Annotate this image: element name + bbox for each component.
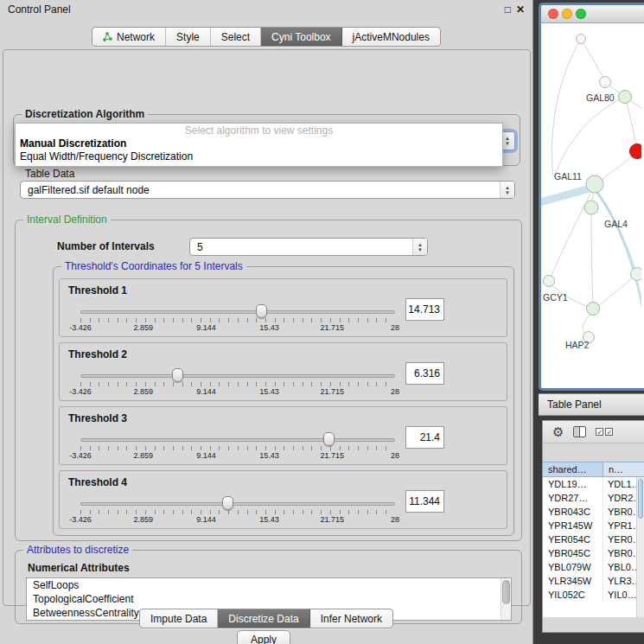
table-data-combobox[interactable]: galFiltered.sif default node ▲ ▼	[20, 181, 515, 199]
tab-label: Network	[117, 31, 155, 43]
threshold-slider[interactable]: -3.426 2.859 9.144 15.43 21.715 28	[80, 367, 395, 397]
table-row[interactable]: YLR345W YLR3…	[543, 574, 644, 588]
list-item[interactable]: SelfLoops	[27, 578, 511, 592]
table-panel-header[interactable]: Table Panel	[539, 393, 644, 416]
network-node[interactable]	[600, 77, 611, 88]
gear-icon[interactable]: ⚙	[552, 425, 564, 438]
slider-ticks	[80, 510, 395, 514]
cell-shared-name: YER054C	[543, 532, 603, 546]
wide-edge	[595, 189, 641, 310]
table-row[interactable]: YER054C YER0…	[543, 532, 644, 546]
tab-label: Infer Network	[321, 613, 382, 625]
top-tab-segment: Network Style Select Cyni Toolbox jActiv…	[92, 27, 441, 47]
slider-thumb[interactable]	[256, 304, 267, 318]
minimize-icon[interactable]: □	[505, 3, 511, 16]
scale-label: 9.144	[196, 387, 216, 396]
table-panel-window: ⚙ ✓ ✓ shared… n… YDL19… YDL1… YDR27… YDR…	[542, 420, 644, 633]
number-of-intervals-combobox[interactable]: 5 ▲ ▼	[189, 238, 428, 256]
tab-discretize-data[interactable]: Discretize Data	[218, 609, 309, 628]
table-row[interactable]: YBR045C YBR0…	[543, 546, 644, 560]
network-node[interactable]	[584, 201, 598, 214]
group-title: Threshold's Coordinates for 5 Intervals	[61, 260, 246, 272]
network-node-selected-red[interactable]	[630, 144, 642, 159]
scale-label: 2.859	[134, 387, 154, 396]
slider-thumb[interactable]	[172, 368, 183, 382]
network-node[interactable]	[577, 35, 586, 44]
table-scrollbar[interactable]	[636, 477, 644, 617]
close-icon[interactable]: ✕	[516, 3, 525, 16]
slider-track[interactable]	[80, 374, 395, 378]
columns-icon[interactable]	[573, 426, 586, 437]
scale-label: 9.144	[196, 515, 216, 524]
table-row[interactable]: YBL079W YBL0…	[543, 560, 644, 574]
network-canvas[interactable]: GAL80 GAL11 GAL4 GCY1 HAP2	[541, 23, 641, 388]
threshold-label: Threshold 2	[68, 348, 127, 360]
scale-label: 2.859	[134, 515, 154, 524]
window-controls: □ ✕	[505, 3, 525, 16]
threshold-panel-1: Threshold 1 14.713 -3.426 2.859 9.144 15…	[59, 278, 507, 337]
list-item[interactable]: TopologicalCoefficient	[27, 592, 511, 606]
scrollbar-thumb[interactable]	[502, 580, 510, 604]
threshold-slider[interactable]: -3.426 2.859 9.144 15.43 21.715 28	[80, 431, 395, 461]
scale-label: -3.426	[69, 323, 92, 332]
cell-shared-name: YBR045C	[543, 546, 603, 560]
table-row[interactable]: YDR27… YDR2…	[543, 491, 644, 505]
slider-track[interactable]	[80, 310, 395, 314]
threshold-value-input[interactable]: 11.344	[405, 490, 444, 513]
stepper-icon[interactable]: ▲ ▼	[412, 239, 427, 255]
tab-network[interactable]: Network	[92, 28, 166, 46]
table-row[interactable]: YDL19… YDL1…	[543, 477, 644, 491]
scale-label: 2.859	[134, 451, 154, 460]
network-node[interactable]	[587, 303, 600, 316]
slider-thumb[interactable]	[222, 496, 233, 510]
edge	[625, 97, 637, 150]
threshold-value-input[interactable]: 6.316	[405, 362, 444, 385]
scrollbar-thumb[interactable]	[638, 479, 643, 519]
select-columns-icon[interactable]: ✓ ✓	[596, 428, 613, 436]
scale-label: 21.715	[320, 387, 344, 396]
edge	[596, 153, 636, 183]
network-window-titlebar[interactable]	[541, 5, 644, 23]
close-traffic-light[interactable]	[548, 9, 558, 19]
tab-label: Discretize Data	[228, 613, 298, 625]
tab-infer-network[interactable]: Infer Network	[310, 609, 392, 628]
stepper-icon[interactable]: ▲ ▼	[500, 182, 514, 198]
table-row[interactable]: YBR043C YBR0…	[543, 505, 644, 519]
zoom-traffic-light[interactable]	[576, 9, 586, 19]
network-node[interactable]	[586, 175, 603, 193]
tab-impute-data[interactable]: Impute Data	[140, 609, 218, 628]
tab-cyni-toolbox[interactable]: Cyni Toolbox	[261, 28, 341, 46]
edge	[552, 39, 581, 177]
dropdown-option-equal-width[interactable]: Equal Width/Frequency Discretization	[16, 150, 502, 163]
tab-label: Select	[221, 31, 250, 43]
tab-jactivemnodules[interactable]: jActiveMNodules	[342, 28, 440, 46]
slider-track[interactable]	[80, 502, 395, 506]
column-header-shared-name[interactable]: shared…	[543, 462, 603, 476]
network-node[interactable]	[619, 91, 632, 104]
tab-select[interactable]: Select	[211, 28, 261, 46]
table-row[interactable]: YIL052C YIL0…	[543, 588, 644, 602]
slider-track[interactable]	[80, 438, 395, 442]
threshold-slider[interactable]: -3.426 2.859 9.144 15.43 21.715 28	[80, 495, 395, 525]
threshold-panel-4: Threshold 4 11.344 -3.426 2.859 9.144 15…	[59, 470, 507, 529]
scale-label: -3.426	[69, 515, 92, 524]
scale-label: 28	[391, 451, 399, 460]
minimize-traffic-light[interactable]	[562, 9, 572, 19]
threshold-slider[interactable]: -3.426 2.859 9.144 15.43 21.715 28	[80, 303, 395, 333]
bottom-tab-bar: Impute Data Discretize Data Infer Networ…	[0, 609, 532, 628]
tab-style[interactable]: Style	[166, 28, 211, 46]
network-node[interactable]	[631, 268, 642, 281]
control-panel-titlebar[interactable]: Control Panel □ ✕	[0, 0, 532, 19]
scale-label: -3.426	[69, 451, 92, 460]
apply-button[interactable]: Apply	[237, 630, 290, 644]
dropdown-option-manual[interactable]: Manual Discretization	[16, 137, 502, 150]
top-tab-bar: Network Style Select Cyni Toolbox jActiv…	[0, 27, 532, 47]
table-row[interactable]: YPR145W YPR1…	[543, 519, 644, 532]
slider-thumb[interactable]	[323, 432, 335, 446]
threshold-value-input[interactable]: 21.4	[405, 426, 444, 449]
threshold-value-input[interactable]: 14.713	[405, 298, 444, 321]
column-header-name[interactable]: n…	[603, 462, 644, 476]
edge	[554, 97, 625, 177]
scale-label: 15.43	[259, 323, 279, 332]
network-node[interactable]	[544, 276, 555, 287]
